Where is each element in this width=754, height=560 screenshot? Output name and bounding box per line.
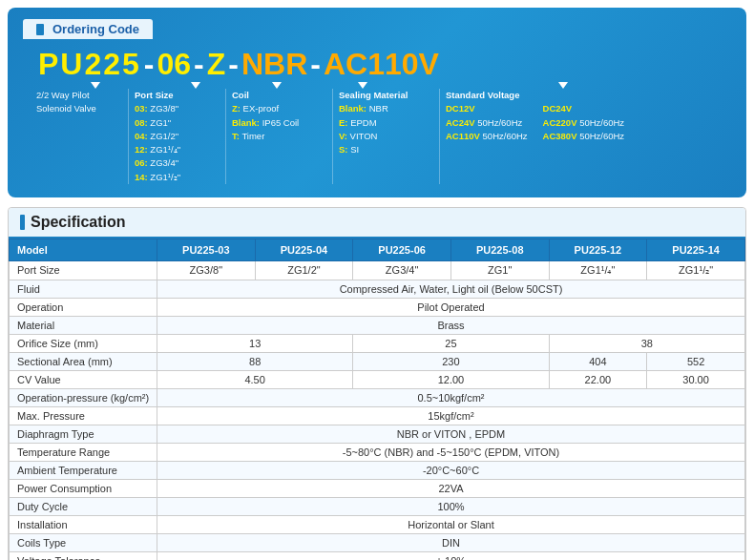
- table-row: Max. Pressure 15kgf/cm²: [10, 406, 745, 425]
- desc-ac380v: AC380V: [543, 131, 577, 141]
- desc-sealing-v: V: VITON: [339, 131, 377, 141]
- row-label-power: Power Consumption: [10, 479, 157, 497]
- desc-voltage-cols: DC12V AC24V 50Hz/60Hz AC110V 50Hz/60Hz D…: [446, 102, 718, 143]
- table-row: Port Size ZG3/8" ZG1/2" ZG3/4" ZG1" ZG1¹…: [10, 260, 745, 280]
- desc-ac110v: AC110V: [446, 131, 480, 141]
- ordering-code-display-row: PU225 - 06 - Z - NBR - AC110V: [23, 47, 731, 82]
- arrow-06: [153, 82, 239, 89]
- cell-cv-3000: 30.00: [647, 370, 745, 388]
- col-header-model: Model: [10, 239, 157, 260]
- arrow-nbr: [315, 82, 410, 89]
- desc-valve-type: 2/2 Way Pilot Solenoid Valve: [31, 89, 126, 184]
- descriptions-row: 2/2 Way Pilot Solenoid Valve Port Size 0…: [23, 89, 731, 184]
- cell-port-08: ZG1": [450, 260, 549, 280]
- cell-power: 22VA: [157, 479, 745, 497]
- row-label-max-pressure: Max. Pressure: [10, 406, 157, 425]
- code-part-06: 06: [157, 47, 192, 82]
- ordering-code-title-bar: Ordering Code: [23, 19, 731, 39]
- cell-orifice-25: 25: [353, 334, 549, 352]
- table-row: Sectional Area (mm) 88 230 404 552: [10, 352, 745, 370]
- desc-port-03: 03: ZG3/8": [135, 103, 178, 114]
- row-label-installation: Installation: [10, 515, 157, 533]
- col-header-pu225-06: PU225-06: [353, 239, 451, 260]
- cell-orifice-38: 38: [549, 334, 744, 352]
- table-row: Power Consumption 22VA: [10, 479, 745, 497]
- desc-ac220v-hz: 50Hz/60Hz: [579, 117, 624, 128]
- table-row: Voltage Tolerance ± 10%: [10, 551, 745, 560]
- row-label-orifice: Orifice Size (mm): [10, 334, 157, 352]
- desc-port-04: 04: ZG1/2": [135, 131, 178, 141]
- row-label-port-size: Port Size: [10, 260, 157, 280]
- row-label-duty-cycle: Duty Cycle: [10, 497, 157, 515]
- desc-ac24v-hz: 50Hz/60Hz: [477, 117, 522, 128]
- desc-port-size: Port Size 03: ZG3/8" 08: ZG1" 04: ZG1/2"…: [128, 89, 223, 184]
- cell-section-552: 552: [647, 352, 745, 370]
- spec-title: Specification: [31, 214, 126, 231]
- cell-fluid: Compressed Air, Water, Light oil (Below …: [157, 280, 745, 298]
- row-label-coils-type: Coils Type: [10, 533, 157, 551]
- ordering-code-title-box: Ordering Code: [23, 19, 153, 39]
- desc-voltage-col2: DC24V AC220V 50Hz/60Hz AC380V 50Hz/60Hz: [543, 102, 625, 143]
- desc-sealing: Sealing Material Blank: NBR E: EPDM V: V…: [332, 89, 437, 184]
- desc-dc12v: DC12V: [446, 103, 475, 114]
- desc-voltage: Standard Voltage DC12V AC24V 50Hz/60Hz A…: [439, 89, 723, 184]
- desc-sealing-title: Sealing Material: [339, 90, 408, 100]
- desc-port-14: 14: ZG1¹/₂": [135, 172, 180, 182]
- table-row: Installation Horizontal or Slant: [10, 515, 745, 533]
- table-row: Operation Pilot Operated: [10, 298, 745, 316]
- row-label-operation: Operation: [10, 298, 157, 316]
- desc-port-12: 12: ZG1¹/₄": [135, 144, 180, 155]
- desc-voltage-col1: DC12V AC24V 50Hz/60Hz AC110V 50Hz/60Hz: [446, 102, 528, 143]
- arrow-pu225: [38, 82, 153, 89]
- code-part-pu225: PU225: [38, 47, 141, 82]
- desc-valve-line1: 2/2 Way Pilot: [36, 90, 90, 100]
- arrow-down-1: [91, 82, 100, 89]
- arrow-down-5: [558, 82, 568, 89]
- row-label-temp-range: Temperature Range: [10, 443, 157, 461]
- cell-max-pressure: 15kgf/cm²: [157, 406, 745, 425]
- row-label-sectional: Sectional Area (mm): [10, 352, 157, 370]
- desc-coil-blank: Blank: IP65 Coil: [232, 117, 299, 128]
- row-label-cv: CV Value: [10, 370, 157, 388]
- desc-port-size-title: Port Size: [135, 90, 174, 100]
- cell-section-404: 404: [549, 352, 647, 370]
- cell-duty-cycle: 100%: [157, 497, 745, 515]
- code-part-voltage: AC110V: [324, 47, 439, 82]
- table-row: Orifice Size (mm) 13 25 38: [10, 334, 745, 352]
- row-label-ambient-temp: Ambient Temperature: [10, 461, 157, 479]
- desc-ac220v: AC220V: [543, 117, 577, 128]
- table-row: Material Brass: [10, 316, 745, 334]
- desc-ac110v-hz: 50Hz/60Hz: [483, 131, 528, 141]
- cell-port-04: ZG1/2": [255, 260, 353, 280]
- cell-section-88: 88: [157, 352, 353, 370]
- table-row: Operation-pressure (kg/cm²) 0.5~10kgf/cm…: [10, 388, 745, 406]
- code-part-z: Z: [207, 47, 226, 82]
- spec-title-blue-rect: [20, 215, 25, 230]
- cell-cv-1200: 12.00: [353, 370, 549, 388]
- cell-port-12: ZG1¹/₄": [549, 260, 647, 280]
- spec-title-bar: Specification: [9, 208, 745, 239]
- desc-port-08: 08: ZG1": [135, 117, 171, 128]
- arrow-down-3: [272, 82, 282, 89]
- desc-coil-title: Coil: [232, 90, 249, 100]
- table-row: Coils Type DIN: [10, 533, 745, 551]
- cell-voltage-tolerance: ± 10%: [157, 551, 745, 560]
- table-header-row: Model PU225-03 PU225-04 PU225-06 PU225-0…: [10, 239, 745, 260]
- desc-sealing-s: S: SI: [339, 144, 359, 155]
- desc-coil-t: T: Timer: [232, 131, 264, 141]
- cell-installation: Horizontal or Slant: [157, 515, 745, 533]
- desc-port-06: 06: ZG3/4": [135, 157, 178, 168]
- col-header-pu225-08: PU225-08: [450, 239, 549, 260]
- page-wrapper: Ordering Code PU225 - 06 - Z - NBR - AC1…: [0, 0, 754, 560]
- row-label-fluid: Fluid: [10, 280, 157, 298]
- code-dash-4: -: [307, 47, 324, 82]
- table-row: Diaphragm Type NBR or VITON , EPDM: [10, 425, 745, 443]
- code-dash-1: -: [141, 47, 157, 82]
- cell-port-14: ZG1¹/₂": [647, 260, 745, 280]
- arrow-z: [239, 82, 315, 89]
- col-header-pu225-03: PU225-03: [157, 239, 256, 260]
- cell-op-pressure: 0.5~10kgf/cm²: [157, 388, 745, 406]
- code-part-nbr: NBR: [241, 47, 307, 82]
- cell-cv-2200: 22.00: [549, 370, 647, 388]
- ordering-code-title: Ordering Code: [52, 22, 139, 36]
